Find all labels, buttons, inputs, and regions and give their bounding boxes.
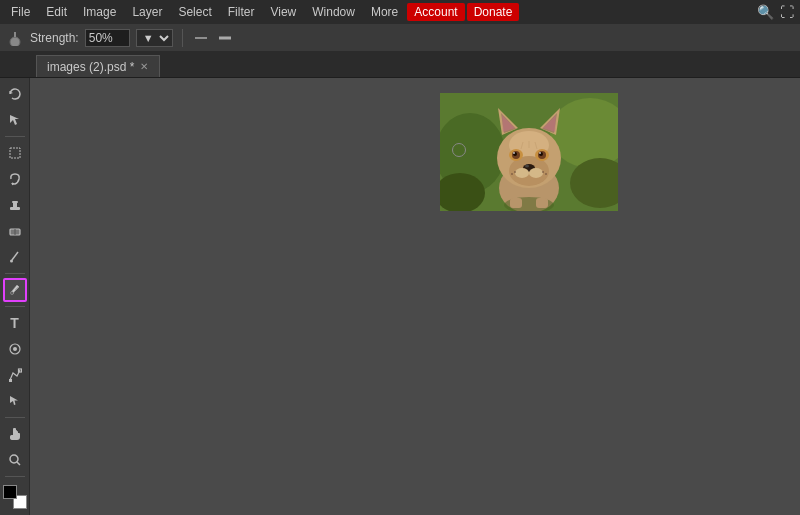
svg-point-44	[539, 152, 541, 154]
menu-window[interactable]: Window	[305, 3, 362, 21]
menu-donate[interactable]: Donate	[467, 3, 520, 21]
svg-point-49	[514, 171, 516, 173]
tool-separator-3	[5, 306, 25, 307]
tool-separator-1	[5, 136, 25, 137]
svg-rect-7	[10, 207, 20, 210]
svg-point-13	[10, 260, 13, 263]
toolbar-separator	[182, 29, 183, 47]
menu-select[interactable]: Select	[171, 3, 218, 21]
svg-line-12	[12, 252, 18, 260]
zoom-icon[interactable]: 🔍	[756, 3, 774, 21]
svg-point-50	[511, 173, 513, 175]
svg-line-6	[12, 183, 13, 185]
svg-rect-5	[10, 148, 20, 158]
menu-filter[interactable]: Filter	[221, 3, 262, 21]
svg-point-15	[10, 292, 13, 295]
menu-account[interactable]: Account	[407, 3, 464, 21]
menu-file[interactable]: File	[4, 3, 37, 21]
marquee-tool[interactable]	[3, 141, 27, 165]
dropper-tool[interactable]	[3, 278, 27, 302]
svg-marker-4	[10, 115, 19, 125]
strength-label: Strength:	[30, 31, 79, 45]
toolbar-tool-icon	[6, 29, 24, 47]
svg-point-47	[515, 168, 529, 178]
move-tool[interactable]	[3, 108, 27, 132]
svg-point-17	[13, 347, 17, 351]
svg-point-46	[525, 165, 529, 168]
tool-separator-4	[5, 417, 25, 418]
brush-tool[interactable]	[3, 245, 27, 269]
svg-rect-18	[9, 379, 12, 382]
menu-image[interactable]: Image	[76, 3, 123, 21]
eyedropper-tool[interactable]	[3, 337, 27, 361]
svg-rect-9	[12, 201, 18, 203]
menu-layer[interactable]: Layer	[125, 3, 169, 21]
brush-size-large-icon	[216, 29, 234, 47]
zoom-tool[interactable]	[3, 448, 27, 472]
color-swatches[interactable]	[3, 485, 27, 509]
wolf-image	[440, 93, 618, 211]
zoom-icons: 🔍 ⛶	[756, 3, 796, 21]
svg-line-21	[17, 462, 20, 465]
options-toolbar: Strength: ▼	[0, 24, 800, 52]
svg-point-48	[529, 168, 543, 178]
svg-point-51	[542, 171, 544, 173]
left-tools-panel: T	[0, 78, 30, 515]
svg-point-20	[10, 455, 18, 463]
canvas-area[interactable]	[30, 78, 800, 515]
menu-view[interactable]: View	[263, 3, 303, 21]
tab-label: images (2).psd *	[47, 60, 134, 74]
menu-more[interactable]: More	[364, 3, 405, 21]
svg-point-52	[545, 173, 547, 175]
svg-point-0	[10, 37, 20, 46]
history-brush-tool[interactable]	[3, 82, 27, 106]
wolf-tool-indicator	[452, 143, 466, 157]
brush-size-small-icon	[192, 29, 210, 47]
foreground-color-swatch[interactable]	[3, 485, 17, 499]
menu-bar: File Edit Image Layer Select Filter View…	[0, 0, 800, 24]
text-tool[interactable]: T	[3, 311, 27, 335]
stamp-tool[interactable]	[3, 193, 27, 217]
strength-input[interactable]	[85, 29, 130, 47]
select-tool[interactable]	[3, 389, 27, 413]
hand-tool[interactable]	[3, 422, 27, 446]
tab-images-psd[interactable]: images (2).psd * ✕	[36, 55, 160, 77]
svg-point-43	[513, 152, 515, 154]
svg-rect-58	[536, 198, 548, 208]
path-tool[interactable]	[3, 363, 27, 387]
tab-close-button[interactable]: ✕	[139, 61, 149, 72]
tool-separator-2	[5, 273, 25, 274]
menu-edit[interactable]: Edit	[39, 3, 74, 21]
eraser-tool[interactable]	[3, 219, 27, 243]
main-area: T	[0, 78, 800, 515]
tab-bar: images (2).psd * ✕	[0, 52, 800, 78]
lasso-tool[interactable]	[3, 167, 27, 191]
strength-dropdown[interactable]: ▼	[136, 29, 173, 47]
svg-rect-57	[510, 198, 522, 208]
fullscreen-icon[interactable]: ⛶	[778, 3, 796, 21]
tool-separator-5	[5, 476, 25, 477]
svg-rect-1	[14, 32, 16, 37]
